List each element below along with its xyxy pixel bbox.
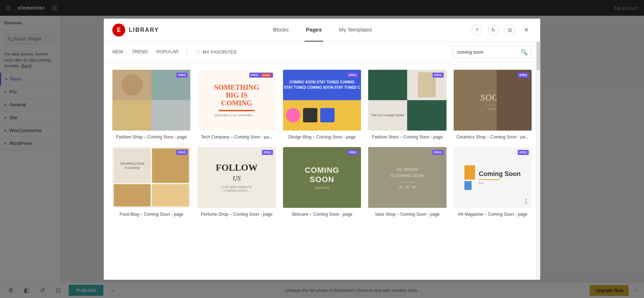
template-food-blog[interactable]: Something Goodis Coming PRO Food Blog – … — [112, 147, 190, 218]
template-thumb-food-blog: Something Goodis Coming PRO — [112, 147, 190, 208]
template-art-magazine[interactable]: Coming Soon ●●● PRO ⋮ Art Magazine – Com… — [454, 147, 532, 218]
tab-blocks[interactable]: Blocks — [272, 19, 290, 42]
template-name: Tech Company – Coming Soon - pa... — [197, 134, 275, 140]
three-dots-menu[interactable]: ⋮ — [523, 198, 529, 205]
scrollbar-thumb — [537, 42, 540, 70]
elementor-logo-icon: E — [112, 24, 125, 36]
library-modal: E LIBRARY Blocks Pages My Templates ? — [104, 19, 540, 280]
favorites-button[interactable]: ♡ MY FAVORITES — [196, 49, 236, 55]
modal-scrollbar[interactable] — [536, 42, 540, 280]
heart-icon: ♡ — [196, 49, 200, 55]
template-perfume-shop[interactable]: Followus OUR NEW WEBSITECOMING SOON... P… — [197, 147, 275, 218]
filter-popular[interactable]: POPULAR — [156, 48, 179, 57]
template-thumb-fashion-store: The Fro Coastal Studio PRO — [368, 70, 446, 131]
template-thumb-ceramics: soon Vela PRO — [454, 70, 532, 131]
pro-badge: PRO — [176, 150, 187, 155]
template-ceramics-shop[interactable]: soon Vela PRO Ceramics Shop – Coming Soo… — [454, 70, 532, 140]
template-fashion-shop[interactable]: PRO Fashion Shop – Coming Soon - page — [112, 70, 190, 140]
template-vase-shop[interactable]: Our WebsiteIS COMING SOON 01 02 03 PRO V… — [368, 147, 446, 218]
modal-header: E LIBRARY Blocks Pages My Templates ? — [104, 19, 540, 42]
template-name: Art Magazine – Coming Soon - page — [454, 211, 532, 218]
template-name: Fashion Shop – Coming Soon - page — [112, 134, 190, 140]
template-design-blog[interactable]: COMING SOON STAY TUNED COMINGSTAY TUNED … — [283, 70, 361, 140]
template-name: Skincare – Coming Soon - page — [283, 211, 361, 218]
template-thumb-fashion-shop: PRO — [112, 70, 190, 131]
library-title: LIBRARY — [129, 27, 159, 33]
template-name: Food Blog – Coming Soon - page — [112, 211, 190, 218]
tab-pages[interactable]: Pages — [304, 19, 323, 42]
modal-header-actions: ? ↻ ⊟ × — [472, 25, 532, 35]
modal-overlay: E LIBRARY Blocks Pages My Templates ? — [0, 0, 644, 298]
template-name: Design Blog – Coming Soon - page — [283, 134, 361, 140]
template-name: Ceramics Shop – Coming Soon - pa... — [454, 134, 532, 140]
filter-bar: NEW TREND POPULAR ♡ MY FAVORITES 🔍 — [104, 42, 540, 63]
tab-my-templates[interactable]: My Templates — [337, 19, 373, 42]
template-thumb-vase: Our WebsiteIS COMING SOON 01 02 03 PRO — [368, 147, 446, 208]
templates-grid-row2: Something Goodis Coming PRO Food Blog – … — [112, 147, 532, 218]
pro-badge: PRO — [518, 73, 529, 78]
template-thumb-skincare: COMINGSOON SOUPYAE PRO — [283, 147, 361, 208]
template-skincare[interactable]: COMINGSOON SOUPYAE PRO Skincare – Coming… — [283, 147, 361, 218]
close-button[interactable]: × — [521, 25, 532, 35]
modal-tabs: Blocks Pages My Templates — [174, 19, 472, 42]
pro-badge: PRO — [433, 73, 444, 78]
template-thumb-design-blog: COMING SOON STAY TUNED COMINGSTAY TUNED … — [283, 70, 361, 131]
modal-content: PRO Fashion Shop – Coming Soon - page SO… — [104, 63, 540, 280]
template-fashion-store[interactable]: The Fro Coastal Studio PRO Fashion Store… — [368, 70, 446, 140]
pro-badge: PRO — [262, 150, 273, 155]
pro-badge: PRO — [518, 150, 529, 155]
template-thumb-art-mag: Coming Soon ●●● PRO ⋮ — [454, 147, 532, 208]
template-thumb-tech: SOMETHINGBIG ISCOMING subscribe to our n… — [197, 70, 275, 131]
pro-badge: PRO — [433, 150, 444, 155]
template-name: Fashion Store – Coming Soon - page — [368, 134, 446, 140]
templates-grid-row1: PRO Fashion Shop – Coming Soon - page SO… — [112, 70, 532, 140]
template-tech-company[interactable]: SOMETHINGBIG ISCOMING subscribe to our n… — [197, 70, 275, 140]
search-icon: 🔍 — [521, 49, 528, 55]
info-button[interactable]: ? — [472, 25, 482, 35]
refresh-button[interactable]: ↻ — [488, 25, 499, 35]
pro-badge: PRO — [176, 73, 187, 78]
pro-badge: PRO — [347, 150, 358, 155]
template-name: Vase Shop – Coming Soon - page — [368, 211, 446, 218]
filter-divider — [187, 48, 187, 55]
filter-trend[interactable]: TREND — [132, 48, 148, 57]
pro-badge: PRO — [347, 73, 358, 78]
template-thumb-perfume: Followus OUR NEW WEBSITECOMING SOON... P… — [197, 147, 275, 208]
save-button[interactable]: ⊟ — [504, 25, 515, 35]
modal-logo: E LIBRARY — [112, 24, 159, 36]
filter-new[interactable]: NEW — [112, 48, 123, 57]
pro-badge: PRO NEW — [249, 73, 273, 78]
template-name: Perfume Shop – Coming Soon - page — [197, 211, 275, 218]
template-search-input[interactable] — [457, 49, 518, 55]
search-wrapper: 🔍 — [453, 46, 532, 58]
